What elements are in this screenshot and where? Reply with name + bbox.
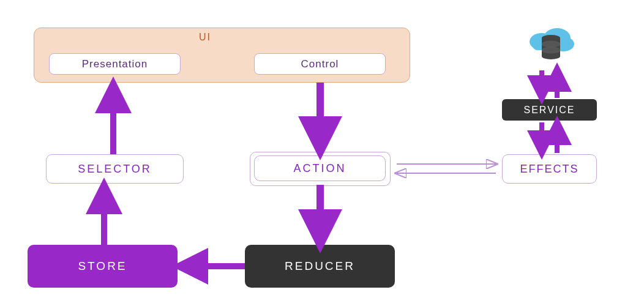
- store-box: STORE: [28, 245, 178, 288]
- reducer-box: REDUCER: [245, 245, 395, 288]
- selector-box: SELECTOR: [46, 154, 184, 184]
- cloud-database-icon: [526, 24, 575, 67]
- presentation-box: Presentation: [49, 53, 181, 75]
- svg-point-6: [542, 53, 560, 59]
- service-box: SERVICE: [502, 99, 597, 121]
- svg-point-8: [542, 47, 560, 53]
- effects-box: EFFECTS: [502, 154, 597, 184]
- svg-point-7: [542, 41, 560, 47]
- ui-title: UI: [199, 32, 211, 43]
- action-box: ACTION: [254, 155, 386, 181]
- control-box: Control: [254, 53, 386, 75]
